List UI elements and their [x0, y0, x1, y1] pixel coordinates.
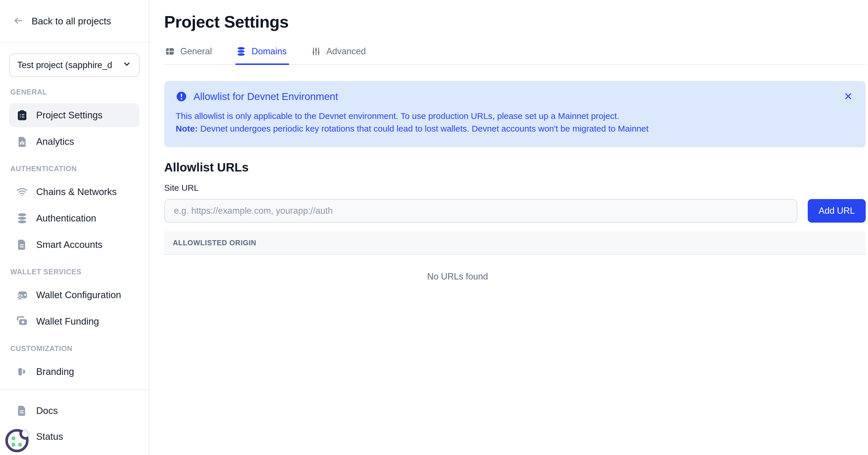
database-icon	[16, 212, 28, 224]
sidebar-item-smart-accounts[interactable]: Smart Accounts	[9, 233, 140, 257]
sidebar-item-wallet-funding[interactable]: Wallet Funding	[9, 309, 140, 334]
allowlist-urls-heading: Allowlist URLs	[164, 161, 866, 174]
section-label-customization: CUSTOMIZATION	[10, 344, 138, 353]
sidebar: Back to all projects Test project (sapph…	[0, 0, 149, 455]
section-label-authentication: AUTHENTICATION	[10, 165, 138, 173]
clipboard-icon	[16, 109, 28, 121]
back-label: Back to all projects	[32, 16, 111, 27]
sidebar-item-label: Authentication	[36, 213, 96, 224]
sidebar-item-label: Docs	[36, 405, 58, 416]
page-title: Project Settings	[164, 12, 866, 31]
banner-header: Allowlist for Devnet Environment	[176, 91, 854, 102]
banner-note: Note:Devnet undergoes periodic key rotat…	[176, 122, 854, 135]
project-selector[interactable]: Test project (sapphire_d	[9, 53, 140, 77]
sidebar-item-docs[interactable]: Docs	[9, 399, 140, 423]
wallet-gear-icon	[16, 289, 28, 301]
chevron-down-icon	[122, 59, 131, 71]
cookie-consent-button[interactable]	[4, 425, 33, 454]
sidebar-item-authentication[interactable]: Authentication	[9, 206, 140, 230]
alert-circle-icon	[176, 91, 187, 102]
analytics-icon	[16, 136, 28, 148]
site-url-row: Add URL	[164, 199, 866, 223]
table-cells-icon	[165, 46, 175, 57]
sliders-icon	[311, 46, 321, 57]
tab-label: General	[180, 46, 212, 57]
tab-label: Domains	[251, 46, 286, 57]
arrow-left-icon	[12, 15, 24, 28]
banner-note-label: Note:	[176, 124, 198, 133]
sidebar-item-chains-networks[interactable]: Chains & Networks	[9, 180, 140, 204]
database-icon	[236, 46, 246, 57]
sidebar-item-project-settings[interactable]: Project Settings	[9, 103, 140, 127]
allowlisted-origins-table: ALLOWLISTED ORIGIN No URLs found	[164, 231, 866, 298]
sidebar-item-label: Chains & Networks	[36, 187, 117, 197]
sidebar-item-branding[interactable]: Branding	[9, 360, 140, 384]
tab-advanced[interactable]: Advanced	[310, 44, 368, 65]
sidebar-item-label: Project Settings	[36, 110, 102, 121]
site-url-input[interactable]	[164, 199, 797, 223]
wallet-funding-icon	[16, 315, 28, 328]
sidebar-item-label: Wallet Funding	[36, 316, 99, 327]
branding-icon	[16, 366, 28, 378]
wifi-icon	[16, 186, 28, 198]
back-to-all-projects[interactable]: Back to all projects	[0, 0, 149, 43]
file-icon	[16, 239, 28, 251]
tab-general[interactable]: General	[164, 44, 214, 65]
table-header-allowlisted-origin: ALLOWLISTED ORIGIN	[164, 231, 866, 255]
settings-tabs: General Domains Advanced	[164, 44, 866, 65]
sidebar-item-label: Branding	[36, 366, 74, 377]
banner-close-button[interactable]	[842, 90, 854, 103]
banner-body: This allowlist is only applicable to the…	[176, 110, 854, 135]
section-label-general: GENERAL	[10, 88, 138, 96]
banner-line1: This allowlist is only applicable to the…	[176, 110, 854, 122]
project-selector-value: Test project (sapphire_d	[17, 60, 112, 70]
sidebar-item-label: Analytics	[36, 136, 74, 147]
sidebar-item-label: Status	[36, 431, 63, 442]
tab-label: Advanced	[327, 46, 366, 57]
cookie-icon	[4, 425, 33, 454]
sidebar-item-analytics[interactable]: Analytics	[9, 130, 140, 154]
docs-icon	[16, 405, 28, 417]
sidebar-item-label: Smart Accounts	[36, 239, 102, 250]
site-url-label: Site URL	[164, 183, 866, 193]
empty-state-message: No URLs found	[107, 255, 808, 298]
banner-title: Allowlist for Devnet Environment	[193, 91, 338, 102]
devnet-allowlist-banner: Allowlist for Devnet Environment This al…	[164, 81, 866, 147]
add-url-button[interactable]: Add URL	[808, 199, 866, 223]
banner-note-text: Devnet undergoes periodic key rotations …	[200, 124, 649, 133]
sidebar-nav: Test project (sapphire_d GENERAL Project…	[0, 43, 149, 390]
close-icon	[843, 91, 853, 101]
app-root: Back to all projects Test project (sapph…	[0, 0, 868, 455]
tab-domains[interactable]: Domains	[236, 44, 289, 65]
main-content: Project Settings General Domains Advance…	[149, 0, 868, 455]
